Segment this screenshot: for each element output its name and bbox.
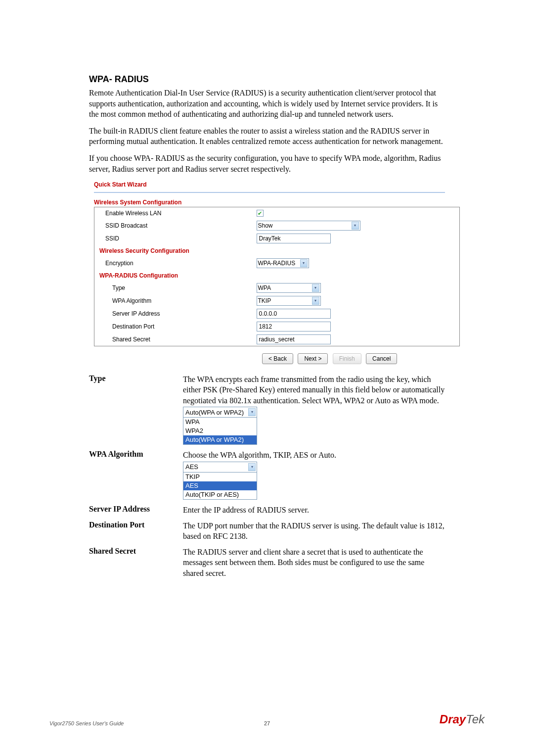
paragraph-1: Remote Authentication Dial-In User Servi… <box>89 88 445 120</box>
chevron-down-icon: ▾ <box>248 463 256 471</box>
desc-type-body: The WPA encrypts each frame transmitted … <box>183 375 445 405</box>
algo-value: TKIP <box>258 297 271 304</box>
chevron-down-icon: ▾ <box>312 284 319 292</box>
shared-secret-label: Shared Secret <box>94 333 253 346</box>
desc-port-label: Destination Port <box>89 520 183 547</box>
type-option-wpa2[interactable]: WPA2 <box>183 426 257 435</box>
cancel-button[interactable]: Cancel <box>366 353 397 364</box>
algo-dropdown-expanded[interactable]: AES ▾ TKIP AES Auto(TKIP or AES) <box>183 462 257 500</box>
server-ip-input[interactable]: 0.0.0.0 <box>257 309 331 319</box>
brand-logo: DrayTek <box>440 712 485 726</box>
desc-type-label: Type <box>89 374 183 450</box>
desc-algo-label: WPA Algorithm <box>89 450 183 505</box>
desc-secret-label: Shared Secret <box>89 547 183 584</box>
type-dropdown-selected: Auto(WPA or WPA2) <box>185 408 244 417</box>
brand-dray: Dray <box>440 712 466 726</box>
config-table: Enable Wireless LAN ✔ SSID Broadcast Sho… <box>94 207 460 346</box>
brand-tek: Tek <box>466 712 485 726</box>
type-select[interactable]: WPA ▾ <box>257 283 321 293</box>
desc-server-body: Enter the IP address of RADIUS server. <box>183 505 445 520</box>
divider <box>94 192 445 193</box>
back-button[interactable]: < Back <box>262 353 293 364</box>
desc-server-label: Server IP Address <box>89 505 183 520</box>
footer-guide-title: Vigor2750 Series User's Guide <box>49 720 124 726</box>
wizard-buttons: < Back Next > Finish Cancel <box>94 353 445 364</box>
algo-label: WPA Algorithm <box>94 294 253 307</box>
wireless-security-heading: Wireless Security Configuration <box>94 245 460 257</box>
wizard-title: Quick Start Wizard <box>94 181 147 188</box>
section-heading: WPA- RADIUS <box>89 74 445 85</box>
algo-dropdown-selected: AES <box>185 463 198 472</box>
chevron-down-icon: ▾ <box>300 259 308 267</box>
ssid-label: SSID <box>94 232 253 245</box>
algo-option-tkip[interactable]: TKIP <box>183 472 257 481</box>
wpa-radius-heading: WPA-RADIUS Configuration <box>94 270 460 282</box>
ssid-input[interactable]: DrayTek <box>257 234 331 243</box>
chevron-down-icon: ▾ <box>352 222 359 230</box>
algo-option-aes[interactable]: AES <box>183 481 257 490</box>
field-descriptions: Type The WPA encrypts each frame transmi… <box>89 374 445 584</box>
desc-algo-body: Choose the WPA algorithm, TKIP, AES or A… <box>183 451 336 459</box>
page-number: 27 <box>264 720 270 726</box>
desc-port-body: The UDP port number that the RADIUS serv… <box>183 520 445 547</box>
encryption-label: Encryption <box>94 257 253 270</box>
paragraph-2: The built-in RADIUS client feature enabl… <box>89 126 445 147</box>
desc-secret-body: The RADIUS server and client share a sec… <box>183 547 445 584</box>
ssid-broadcast-select[interactable]: Show ▾ <box>257 221 360 231</box>
shared-secret-input[interactable]: radius_secret <box>257 334 331 344</box>
type-value: WPA <box>258 284 271 291</box>
enable-wireless-label: Enable Wireless LAN <box>94 207 253 219</box>
encryption-value: WPA-RADIUS <box>258 260 296 267</box>
ssid-broadcast-value: Show <box>258 222 273 229</box>
server-ip-label: Server IP Address <box>94 307 253 320</box>
chevron-down-icon: ▾ <box>248 408 256 416</box>
algo-option-auto[interactable]: Auto(TKIP or AES) <box>183 490 257 499</box>
page-footer: Vigor2750 Series User's Guide 27 DrayTek <box>0 712 534 726</box>
dest-port-label: Destination Port <box>94 320 253 333</box>
type-option-wpa[interactable]: WPA <box>183 418 257 426</box>
type-dropdown-expanded[interactable]: Auto(WPA or WPA2) ▾ WPA WPA2 Auto(WPA or… <box>183 407 257 445</box>
chevron-down-icon: ▾ <box>312 297 319 305</box>
wizard-screenshot: Quick Start Wizard Wireless System Confi… <box>89 180 445 364</box>
encryption-select[interactable]: WPA-RADIUS ▾ <box>257 258 309 268</box>
enable-wireless-checkbox[interactable]: ✔ <box>257 210 264 217</box>
type-label: Type <box>94 282 253 294</box>
wireless-system-heading: Wireless System Configuration <box>94 199 445 206</box>
next-button[interactable]: Next > <box>298 353 328 364</box>
finish-button: Finish <box>333 353 361 364</box>
type-option-auto[interactable]: Auto(WPA or WPA2) <box>183 435 257 444</box>
dest-port-input[interactable]: 1812 <box>257 322 331 331</box>
ssid-broadcast-label: SSID Broadcast <box>94 219 253 232</box>
paragraph-3: If you choose WPA- RADIUS as the securit… <box>89 153 445 174</box>
algo-select[interactable]: TKIP ▾ <box>257 296 321 306</box>
